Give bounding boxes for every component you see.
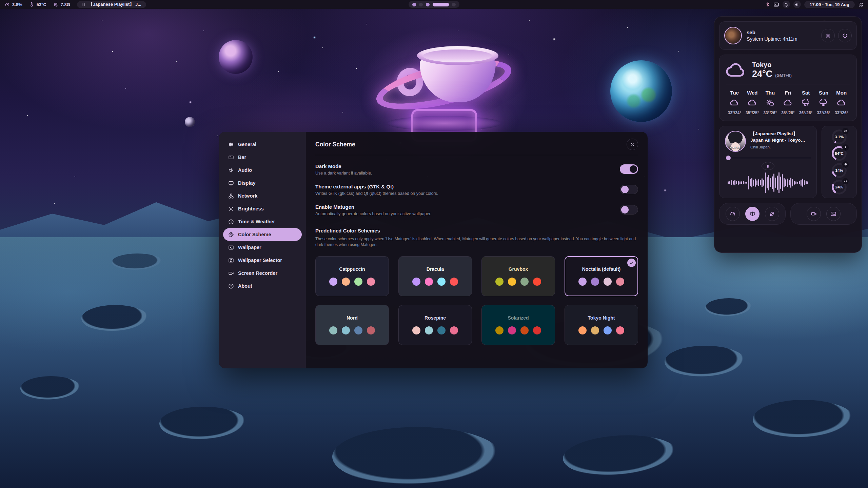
enable-matugen-toggle[interactable] (620, 205, 638, 215)
sidebar-item-general[interactable]: General (223, 138, 302, 151)
scheme-name: Tokyo Night (588, 315, 615, 321)
color-dot (616, 278, 624, 286)
sidebar-item-about[interactable]: About (223, 280, 302, 292)
track-title: 【Japanese Playlist】 Japan All Night - To… (750, 131, 811, 144)
toggle-knob (621, 206, 629, 214)
power-profile-card (719, 203, 786, 225)
clock[interactable]: 17:09 - Tue, 19 Aug (804, 1, 855, 8)
pause-button[interactable] (762, 162, 774, 170)
notifications-bell-button[interactable] (783, 1, 790, 8)
seek-slider[interactable] (725, 157, 811, 159)
leaf-icon (769, 211, 775, 217)
section-title: Predefined Color Schemes (315, 228, 638, 233)
clock-icon (228, 219, 234, 225)
scheme-name: Rosepine (425, 315, 446, 321)
thermometer-icon (29, 2, 34, 7)
workspace-dot-2[interactable] (419, 3, 423, 6)
page-title: Color Scheme (315, 141, 355, 148)
forecast-day: Tue 33°/24° (726, 90, 744, 115)
sidebar-item-network[interactable]: Network (223, 189, 302, 202)
sidebar-item-color-scheme[interactable]: Color Scheme (223, 228, 302, 241)
power-button[interactable] (838, 29, 852, 42)
pause-icon (766, 164, 770, 168)
dark-mode-toggle[interactable] (620, 164, 638, 174)
sidebar-item-audio[interactable]: Audio (223, 164, 302, 177)
scheme-card-nord[interactable]: Nord (315, 305, 389, 345)
theme-external-apps-toggle[interactable] (620, 185, 638, 194)
wallpaper-button[interactable] (826, 207, 841, 221)
color-dot (533, 278, 541, 286)
crater (112, 253, 163, 270)
sidebar-item-bar[interactable]: Bar (223, 151, 302, 164)
scheme-card-noctalia[interactable]: Noctalia (default) (565, 256, 638, 296)
performance-profile-button[interactable] (726, 207, 740, 221)
forecast-day: Sun 33°/26° (815, 90, 833, 115)
toggle-knob (630, 165, 637, 173)
theme-external-apps-row: Theme external apps (GTK & Qt) Writes GT… (315, 184, 638, 196)
settings-button[interactable] (821, 29, 835, 42)
forecast-day: Fri 35°/26° (779, 90, 797, 115)
balanced-profile-button[interactable] (745, 207, 760, 221)
toggle-description: Use a dark variant if available. (315, 171, 372, 176)
gear-icon (825, 33, 831, 39)
sidebar-item-label: General (238, 142, 256, 147)
cpu-usage-stat[interactable]: 3.8% (5, 2, 22, 7)
forecast-day: Sat 36°/26° (797, 90, 815, 115)
temperature-stat[interactable]: 53°C (29, 2, 46, 7)
screen-recorder-button[interactable] (807, 207, 821, 221)
workspace-dot-5[interactable] (452, 3, 456, 6)
sidebar-item-label: Audio (238, 167, 252, 173)
scheme-palette (495, 326, 541, 334)
settings-sidebar: General Bar Audio Display Network Bright… (219, 132, 306, 368)
hub-icon (228, 193, 234, 199)
disk-gauge: 24% (831, 179, 847, 195)
media-pill[interactable]: 【Japanese Playlist】 J... (77, 1, 146, 8)
app-grid-icon[interactable] (858, 2, 863, 7)
sidebar-item-display[interactable]: Display (223, 177, 302, 189)
workspace-dot-4[interactable] (433, 3, 449, 6)
volume-button[interactable] (793, 1, 801, 8)
forecast-day: Thu 33°/26° (761, 90, 779, 115)
seek-knob[interactable] (726, 156, 731, 160)
scheme-card-gruvbox[interactable]: Gruvbox (481, 256, 555, 296)
sidebar-item-brightness[interactable]: Brightness (223, 202, 302, 215)
color-scheme-grid: Catppuccin Dracula (315, 256, 638, 345)
speaker-icon (795, 2, 799, 7)
scheme-card-catppuccin[interactable]: Catppuccin (315, 256, 389, 296)
sidebar-item-screen-recorder[interactable]: Screen Recorder (223, 267, 302, 280)
wallpaper-tray-icon[interactable] (773, 2, 779, 7)
memory-stat[interactable]: 7.8G (53, 2, 70, 7)
sidebar-item-wallpaper-selector[interactable]: Wallpaper Selector (223, 254, 302, 267)
selected-check-badge (627, 259, 636, 267)
chip-icon (53, 2, 58, 7)
sidebar-item-wallpaper[interactable]: Wallpaper (223, 241, 302, 254)
sidebar-item-time-weather[interactable]: Time & Weather (223, 215, 302, 228)
crater (159, 407, 248, 441)
purple-planet (219, 40, 253, 74)
scheme-card-tokyo-night[interactable]: Tokyo Night (565, 305, 638, 345)
workspace-indicator (409, 1, 459, 8)
toggle-knob (621, 186, 629, 193)
color-dot (578, 326, 587, 334)
rain-cloud-icon (802, 98, 810, 108)
weather-temp: 24°C (752, 69, 772, 79)
album-art: TOKYO L (725, 131, 746, 152)
temperature-value: 53°C (37, 2, 46, 7)
small-moon (185, 117, 195, 127)
bluetooth-tray-icon[interactable] (765, 2, 770, 7)
scheme-name: Dracula (427, 266, 444, 272)
toggle-title: Theme external apps (GTK & Qt) (315, 184, 438, 189)
close-button[interactable] (627, 139, 638, 150)
top-bar-right: 17:09 - Tue, 19 Aug (765, 1, 863, 8)
powersaver-profile-button[interactable] (765, 207, 779, 221)
scheme-card-dracula[interactable]: Dracula (398, 256, 472, 296)
color-dot (354, 326, 362, 334)
workspace-dot-1[interactable] (412, 3, 416, 6)
workspace-dot-3[interactable] (426, 3, 430, 6)
scheme-palette (578, 326, 624, 334)
sidebar-item-label: Wallpaper (238, 245, 261, 250)
scheme-card-rosepine[interactable]: Rosepine (398, 305, 472, 345)
scheme-card-solarized[interactable]: Solarized (481, 305, 555, 345)
color-dot (520, 278, 529, 286)
color-dot (495, 278, 504, 286)
